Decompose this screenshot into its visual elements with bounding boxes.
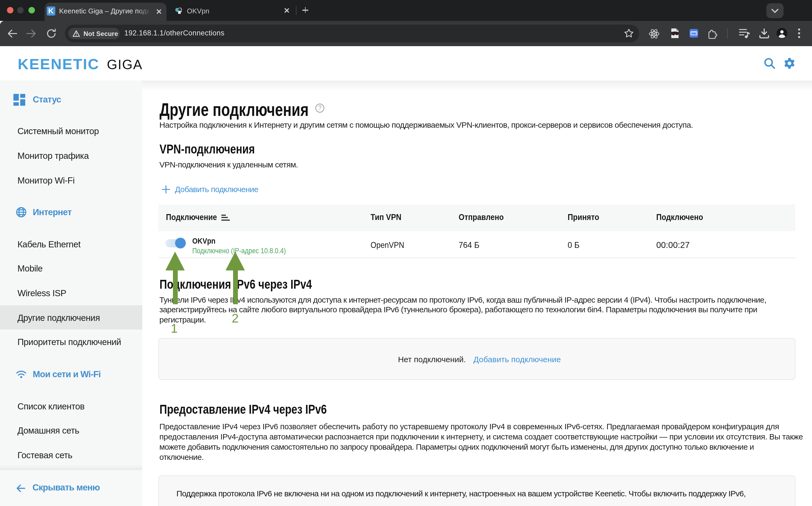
svg-text:?: ? — [318, 104, 322, 111]
